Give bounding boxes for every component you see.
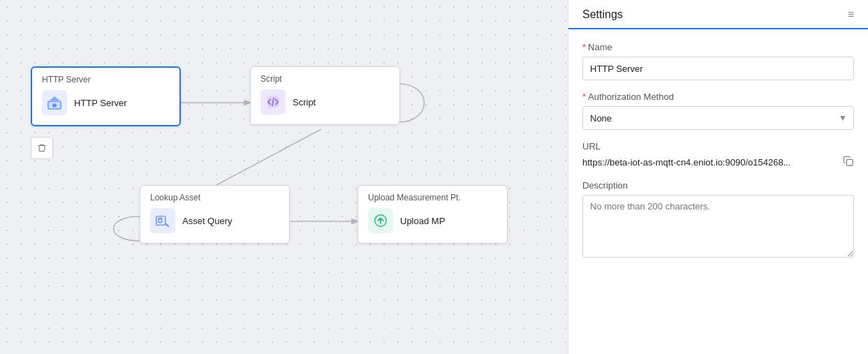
description-field-group: Description [582, 180, 854, 260]
delete-button[interactable] [31, 137, 53, 159]
name-required-star: * [582, 42, 586, 52]
node-script-title: Script [260, 74, 390, 84]
settings-panel: Settings ≡ * Name * Authorization Method… [568, 0, 868, 354]
settings-header: Settings ≡ [568, 0, 868, 29]
svg-line-2 [216, 129, 321, 185]
asset-query-icon [150, 208, 175, 233]
node-upload-mp-label: Upload MP [400, 216, 445, 226]
canvas[interactable]: HTTP Server HTTP Server Script [0, 0, 568, 354]
description-label: Description [582, 180, 854, 191]
url-row: https://beta-iot-as-mqtt-cn4.eniot.io:90… [582, 156, 854, 169]
node-lookup-asset-title: Lookup Asset [150, 193, 279, 202]
name-input[interactable] [582, 57, 854, 80]
svg-rect-12 [846, 159, 853, 165]
svg-rect-5 [52, 104, 57, 108]
copy-icon[interactable] [843, 156, 854, 169]
url-field-group: URL https://beta-iot-as-mqtt-cn4.eniot.i… [582, 141, 854, 169]
node-upload-mp-title: Upload Measurement Pt. [368, 193, 497, 202]
auth-label: * Authorization Method [582, 91, 854, 102]
node-upload-mp[interactable]: Upload Measurement Pt. Upload MP [358, 185, 508, 244]
flow-arrows [0, 0, 568, 354]
description-textarea[interactable] [582, 195, 854, 258]
name-label: * Name [582, 42, 854, 52]
auth-select[interactable]: None Basic Bearer Token API Key [582, 106, 854, 130]
name-field-group: * Name [582, 42, 854, 80]
node-script-label: Script [293, 97, 316, 108]
auth-field-group: * Authorization Method None Basic Bearer… [582, 91, 854, 130]
script-icon [260, 89, 286, 115]
http-server-icon [42, 90, 67, 115]
settings-title: Settings [582, 8, 623, 21]
url-label: URL [582, 141, 854, 152]
auth-select-wrapper: None Basic Bearer Token API Key ▼ [582, 106, 854, 130]
auth-required-star: * [582, 91, 586, 102]
node-script[interactable]: Script Script [250, 66, 400, 125]
settings-body: * Name * Authorization Method None Basic… [568, 29, 868, 354]
upload-mp-icon [368, 208, 393, 233]
node-http-server-title: HTTP Server [42, 75, 170, 84]
node-asset-query-label: Asset Query [182, 216, 233, 226]
url-value: https://beta-iot-as-mqtt-cn4.eniot.io:90… [582, 157, 837, 168]
node-lookup-asset[interactable]: Lookup Asset Asset Query [140, 185, 290, 244]
settings-menu-icon[interactable]: ≡ [848, 8, 854, 21]
node-http-server[interactable]: HTTP Server HTTP Server [31, 66, 181, 126]
svg-rect-8 [156, 216, 165, 226]
node-http-server-label: HTTP Server [74, 98, 127, 108]
